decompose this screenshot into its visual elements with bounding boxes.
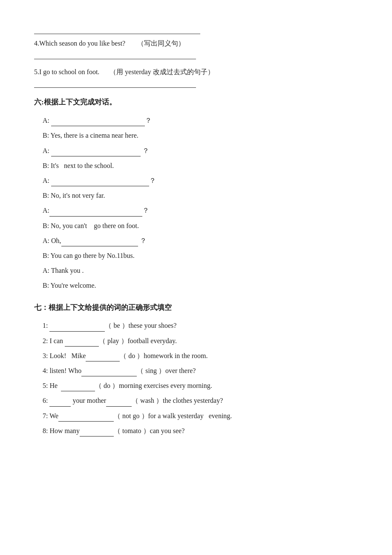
dialog-row-7: A:？: [34, 205, 358, 216]
fill-row-5: 5: He （ do ）morning exercises every morn…: [34, 380, 358, 391]
dialog-row-4: B: It's next to the school.: [34, 160, 358, 171]
dialog-row-5: A: ？: [34, 175, 358, 186]
fill-row-8: 8: How many（ tomato ）can you see?: [34, 425, 358, 436]
dialog-row-10: B: You can go there by No.11bus.: [34, 250, 358, 261]
dialog-row-12: B: You're welcome.: [34, 280, 358, 291]
fill-row-1: 1: （ be ）these your shoes?: [34, 320, 358, 331]
fill-row-7: 7: We（ not go ）for a walk yesterday even…: [34, 410, 358, 422]
dialog-row-11: A: Thank you .: [34, 265, 358, 276]
question-5: 5.I go to school on foot. （用 yesterday 改…: [34, 66, 358, 78]
fill-row-6: 6: your mother（ wash ）the clothes yester…: [34, 395, 358, 406]
dialog-row-6: B: No, it's not very far.: [34, 190, 358, 201]
dialog-row-9: A: Oh, ？: [34, 235, 358, 246]
fill-row-3: 3: Look! Mike（ do ）homework in the room.: [34, 350, 358, 361]
dialog-row-3: A: ？: [34, 145, 358, 156]
question-4: 4.Which season do you like best? （写出同义句）: [34, 38, 358, 49]
dialog-row-1: A: ？: [34, 115, 358, 126]
fill-row-4: 4: listen! Who（ sing ）over there?: [34, 365, 358, 376]
dialog-row-8: B: No, you can't go there on foot.: [34, 220, 358, 231]
section7-title: 七：根据上下文给提供的词的正确形式填空: [34, 302, 358, 314]
fill-row-2: 2: I can （ play ）football everyday.: [34, 335, 358, 347]
answer-line-4: [34, 51, 196, 59]
section6-title: 六:根据上下文完成对话。: [34, 96, 358, 109]
dialog-row-2: B: Yes, there is a cinema near here.: [34, 130, 358, 141]
answer-line-5: [34, 79, 196, 88]
